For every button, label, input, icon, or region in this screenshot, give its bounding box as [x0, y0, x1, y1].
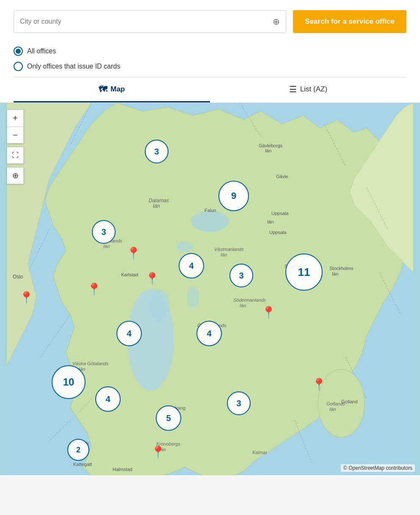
cluster-11-stockholm[interactable]: 11: [285, 253, 323, 291]
svg-text:Iän: Iän: [240, 303, 246, 308]
search-button[interactable]: Search for a service office: [293, 10, 406, 33]
svg-text:Västmanlands: Västmanlands: [214, 247, 244, 252]
radio-label-all: All offices: [27, 47, 56, 55]
cluster-3-dalarna[interactable]: 3: [145, 140, 169, 163]
radio-id-cards[interactable]: Only offices that issue ID cards: [14, 62, 406, 71]
cluster-3-kalmar[interactable]: 3: [227, 391, 251, 415]
svg-text:Gotland: Gotland: [341, 399, 358, 404]
svg-text:Västra Götalands: Västra Götalands: [72, 361, 108, 366]
app-wrapper: ⊕ Search for a service office All office…: [0, 0, 420, 475]
list-tab-icon: ☰: [289, 84, 297, 94]
svg-text:Halmstad: Halmstad: [113, 467, 132, 472]
tab-list-label: List (AZ): [300, 85, 327, 94]
svg-text:Iän: Iän: [221, 252, 227, 257]
cluster-3-varmland[interactable]: 3: [92, 220, 116, 244]
cluster-3-sodermanland[interactable]: 3: [229, 264, 253, 287]
svg-text:Södermanlands: Södermanlands: [233, 297, 266, 303]
svg-point-5: [187, 287, 199, 308]
radio-label-id: Only offices that issue ID cards: [27, 63, 120, 70]
cluster-4-ostergotland[interactable]: 4: [196, 321, 222, 346]
svg-text:Uppsala: Uppsala: [271, 211, 289, 216]
cluster-2-kronoberg[interactable]: 2: [67, 439, 89, 461]
map-pin-5[interactable]: 📍: [261, 307, 276, 319]
radio-circle-id: [14, 62, 23, 71]
svg-text:Oslo: Oslo: [13, 274, 23, 280]
cluster-4-jonkoping[interactable]: 4: [95, 386, 121, 412]
tab-list[interactable]: ☰ List (AZ): [210, 77, 406, 102]
cluster-5-smaland[interactable]: 5: [156, 405, 181, 431]
svg-text:Iän: Iän: [332, 271, 338, 276]
svg-text:Iän: Iän: [153, 203, 160, 209]
map-pin-4[interactable]: 📍: [19, 292, 34, 304]
map-pin-gotland[interactable]: 📍: [312, 379, 326, 391]
svg-text:Iän: Iän: [265, 148, 271, 153]
map-tab-icon: 🗺: [99, 85, 107, 94]
map-pin-1[interactable]: 📍: [126, 248, 141, 259]
svg-text:Iän: Iän: [267, 219, 274, 224]
radio-all-offices[interactable]: All offices: [14, 47, 406, 56]
cluster-9-uppland[interactable]: 9: [218, 181, 249, 211]
svg-text:Gävleborgs: Gävleborgs: [259, 143, 283, 148]
radio-group: All offices Only offices that issue ID c…: [14, 41, 406, 71]
svg-text:Kalmar: Kalmar: [252, 450, 268, 455]
gps-icon[interactable]: ⊕: [273, 17, 280, 27]
svg-text:Dalarnas: Dalarnas: [149, 198, 169, 204]
search-row: ⊕ Search for a service office: [14, 10, 406, 33]
city-county-input[interactable]: [20, 18, 273, 25]
map-pin-kronoberg[interactable]: 📍: [151, 446, 166, 458]
radio-circle-all: [14, 47, 23, 56]
svg-text:Iän: Iän: [103, 244, 110, 249]
cluster-10-gothenburg[interactable]: 10: [52, 365, 86, 399]
map-controls: + − ⛶ ⊕: [7, 110, 24, 184]
svg-text:Kattegatt: Kattegatt: [73, 462, 92, 467]
svg-point-4: [149, 289, 170, 323]
svg-point-2: [176, 242, 193, 252]
svg-text:Stockholms: Stockholms: [329, 266, 354, 271]
location-button[interactable]: ⊕: [7, 167, 24, 184]
tab-map-label: Map: [111, 85, 125, 94]
map-pin-2[interactable]: 📍: [145, 273, 160, 285]
fullscreen-button[interactable]: ⛶: [7, 147, 24, 164]
svg-point-1: [191, 211, 229, 232]
map-container[interactable]: Dalarnas Iän Värmlands Iän Västmanlands …: [0, 103, 420, 475]
map-svg: Dalarnas Iän Värmlands Iän Västmanlands …: [0, 103, 420, 475]
top-section: ⊕ Search for a service office All office…: [0, 0, 420, 103]
cluster-4-vastmanland[interactable]: 4: [179, 253, 204, 278]
cluster-4-vattern-west[interactable]: 4: [116, 321, 142, 346]
svg-text:Iän: Iän: [329, 407, 336, 412]
map-pin-3[interactable]: 📍: [87, 284, 102, 295]
zoom-in-button[interactable]: +: [7, 110, 24, 127]
svg-text:Karlstad: Karlstad: [121, 272, 138, 277]
search-input-wrapper: ⊕: [14, 10, 286, 33]
tabs-row: 🗺 Map ☰ List (AZ): [14, 77, 406, 102]
tab-map[interactable]: 🗺 Map: [14, 77, 210, 102]
map-attribution: © OpenStreetMap contributors: [341, 464, 415, 472]
svg-text:Uppsala: Uppsala: [269, 230, 287, 235]
zoom-out-button[interactable]: −: [7, 127, 24, 143]
zoom-controls: + −: [7, 110, 24, 143]
svg-text:Gävle: Gävle: [276, 174, 288, 179]
svg-text:Falun: Falun: [204, 208, 216, 213]
